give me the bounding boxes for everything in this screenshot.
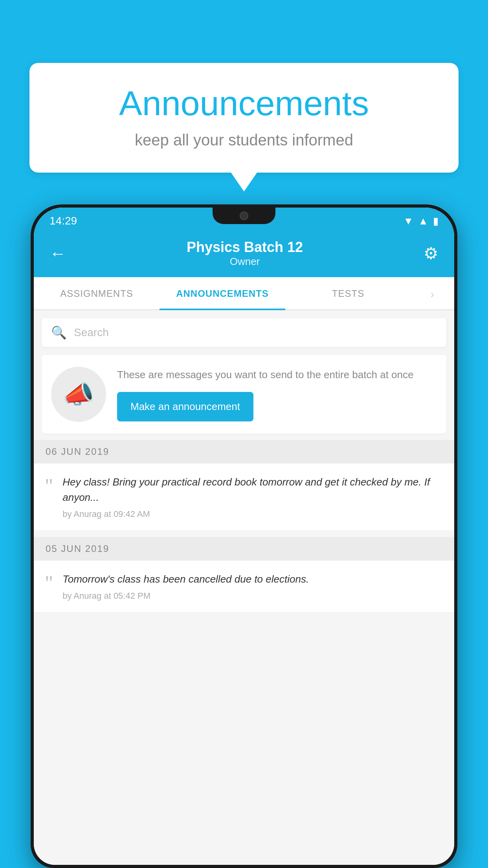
phone-inner: 14:29 ▼ ▲ ▮ ← Physics Batch 12 Owner ⚙ A… bbox=[34, 208, 454, 865]
phone-mockup: 14:29 ▼ ▲ ▮ ← Physics Batch 12 Owner ⚙ A… bbox=[31, 204, 457, 868]
bubble-subtitle: keep all your students informed bbox=[53, 131, 435, 149]
announce-message-1: Hey class! Bring your practical record b… bbox=[62, 474, 443, 505]
battery-icon: ▮ bbox=[433, 215, 438, 227]
header-center: Physics Batch 12 Owner bbox=[74, 239, 416, 268]
content-area: 🔍 Search 📣 These are messages you want t… bbox=[34, 310, 454, 865]
speech-bubble-container: Announcements keep all your students inf… bbox=[29, 63, 459, 173]
wifi-icon: ▼ bbox=[404, 215, 414, 227]
search-placeholder: Search bbox=[74, 326, 109, 339]
announcement-item-1: " Hey class! Bring your practical record… bbox=[34, 463, 454, 531]
announce-icon-circle: 📣 bbox=[51, 367, 106, 422]
tabs-bar: ASSIGNMENTS ANNOUNCEMENTS TESTS › bbox=[34, 277, 454, 310]
announce-meta-2: by Anurag at 05:42 PM bbox=[62, 591, 443, 601]
date-separator-2: 05 JUN 2019 bbox=[34, 537, 454, 561]
announce-right: These are messages you want to send to t… bbox=[117, 367, 437, 421]
announce-content-2: Tomorrow's class has been cancelled due … bbox=[62, 572, 443, 601]
search-bar[interactable]: 🔍 Search bbox=[42, 318, 446, 347]
make-announcement-button[interactable]: Make an announcement bbox=[117, 392, 253, 421]
back-button[interactable]: ← bbox=[50, 244, 66, 263]
speech-bubble: Announcements keep all your students inf… bbox=[29, 63, 459, 173]
tab-more[interactable]: › bbox=[411, 277, 454, 309]
announce-meta-1: by Anurag at 09:42 AM bbox=[62, 509, 443, 519]
front-camera bbox=[240, 211, 248, 220]
date-separator-1: 06 JUN 2019 bbox=[34, 440, 454, 463]
app-header: ← Physics Batch 12 Owner ⚙ bbox=[34, 231, 454, 277]
signal-icon: ▲ bbox=[418, 215, 428, 227]
announce-prompt: 📣 These are messages you want to send to… bbox=[42, 355, 446, 434]
tab-announcements[interactable]: ANNOUNCEMENTS bbox=[160, 277, 285, 309]
announce-content-1: Hey class! Bring your practical record b… bbox=[62, 474, 443, 519]
status-time: 14:29 bbox=[50, 215, 77, 227]
search-icon: 🔍 bbox=[51, 325, 67, 340]
announce-description: These are messages you want to send to t… bbox=[117, 367, 437, 383]
megaphone-icon: 📣 bbox=[63, 380, 94, 409]
quote-icon-2: " bbox=[45, 573, 53, 594]
settings-button[interactable]: ⚙ bbox=[424, 244, 438, 263]
announce-message-2: Tomorrow's class has been cancelled due … bbox=[62, 572, 443, 587]
header-title: Physics Batch 12 bbox=[74, 239, 416, 256]
phone-layout: 14:29 ▼ ▲ ▮ ← Physics Batch 12 Owner ⚙ A… bbox=[34, 208, 454, 865]
status-icons: ▼ ▲ ▮ bbox=[404, 215, 438, 227]
bubble-title: Announcements bbox=[53, 85, 435, 123]
announcement-item-2: " Tomorrow's class has been cancelled du… bbox=[34, 561, 454, 612]
quote-icon-1: " bbox=[45, 476, 53, 497]
header-subtitle: Owner bbox=[74, 256, 416, 268]
tab-assignments[interactable]: ASSIGNMENTS bbox=[34, 277, 160, 309]
tab-tests[interactable]: TESTS bbox=[285, 277, 411, 309]
phone-notch bbox=[213, 208, 275, 224]
